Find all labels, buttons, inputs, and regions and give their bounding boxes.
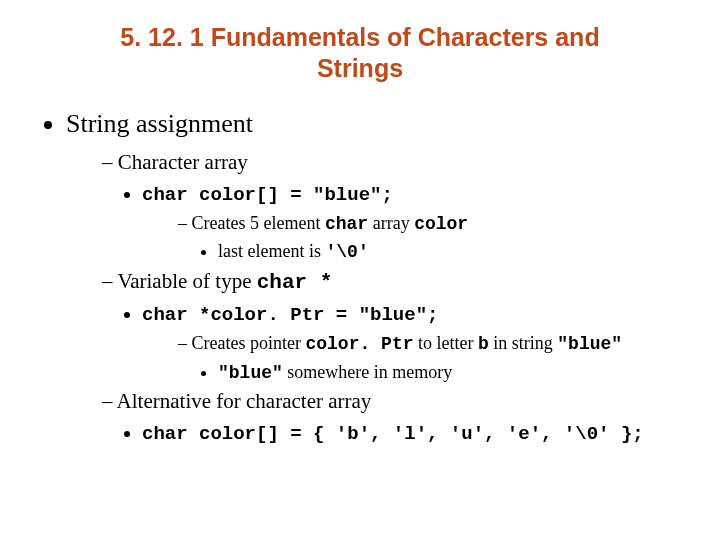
bullet-string-assignment: String assignment Character array char c… [66, 107, 680, 448]
bullet-list-level2: Character array char color[] = "blue"; C… [66, 149, 680, 447]
bullet-list-level3: char *color. Ptr = "blue"; Creates point… [102, 301, 680, 386]
bullet-text: Alternative for character array [117, 389, 372, 413]
code-text: color [414, 214, 468, 234]
bullet-creates-pointer: Creates pointer color. Ptr to letter b i… [178, 332, 680, 386]
text: somewhere in memory [283, 362, 452, 382]
bullet-alternative: Alternative for character array char col… [102, 388, 680, 447]
code-text: char color[] = "blue"; [142, 184, 393, 206]
bullet-list-level5: "blue" somewhere in memory [178, 361, 680, 386]
bullet-text: String assignment [66, 109, 253, 138]
text: Variable of type [117, 269, 256, 293]
code-text: b [478, 334, 489, 354]
code-text: "blue" [557, 334, 622, 354]
bullet-list-level3: char color[] = "blue"; Creates 5 element… [102, 181, 680, 266]
text: last element is [218, 241, 325, 261]
code-text: "blue" [218, 363, 283, 383]
bullet-list-level4: Creates pointer color. Ptr to letter b i… [142, 332, 680, 386]
bullet-variable-char-star: Variable of type char * char *color. Ptr… [102, 268, 680, 385]
bullet-blue-in-memory: "blue" somewhere in memory [218, 361, 680, 386]
bullet-last-element: last element is '\0' [218, 240, 680, 265]
slide-title: 5. 12. 1 Fundamentals of Characters and … [80, 22, 640, 85]
bullet-code-char-ptr: char *color. Ptr = "blue"; Creates point… [142, 301, 680, 386]
code-text: char *color. Ptr = "blue"; [142, 304, 438, 326]
bullet-code-initializer-list: char color[] = { 'b', 'l', 'u', 'e', '\0… [142, 420, 680, 447]
bullet-list-level3: char color[] = { 'b', 'l', 'u', 'e', '\0… [102, 420, 680, 447]
bullet-list-level1: String assignment Character array char c… [40, 107, 680, 448]
code-text: char color[] = { 'b', 'l', 'u', 'e', '\0… [142, 423, 644, 445]
text: Creates pointer [192, 333, 306, 353]
slide: 5. 12. 1 Fundamentals of Characters and … [0, 0, 720, 540]
bullet-text: Character array [118, 150, 248, 174]
text: array [368, 213, 414, 233]
text: Creates 5 element [192, 213, 325, 233]
bullet-list-level5: last element is '\0' [178, 240, 680, 265]
code-text: '\0' [325, 242, 368, 262]
bullet-character-array: Character array char color[] = "blue"; C… [102, 149, 680, 265]
bullet-list-level4: Creates 5 element char array color last … [142, 212, 680, 266]
bullet-code-char-color: char color[] = "blue"; Creates 5 element… [142, 181, 680, 266]
code-text: color. Ptr [305, 334, 413, 354]
text: in string [489, 333, 558, 353]
text: to letter [414, 333, 478, 353]
code-text: char [325, 214, 368, 234]
code-text: char * [257, 271, 333, 294]
bullet-creates-5-element: Creates 5 element char array color last … [178, 212, 680, 266]
